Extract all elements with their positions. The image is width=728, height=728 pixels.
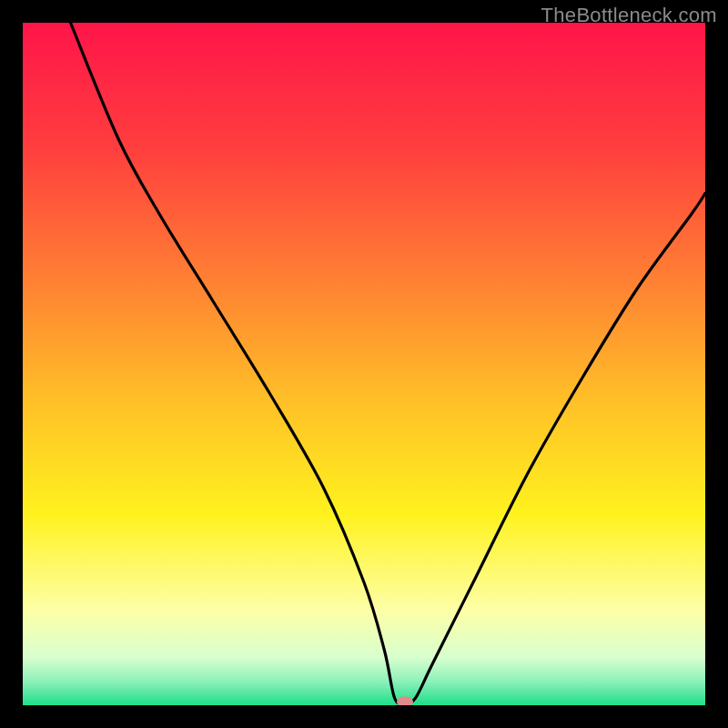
chart-frame: TheBottleneck.com <box>0 0 728 728</box>
gradient-background <box>23 23 705 705</box>
plot-area <box>23 23 705 705</box>
watermark-text: TheBottleneck.com <box>541 4 717 27</box>
bottleneck-chart <box>23 23 705 705</box>
